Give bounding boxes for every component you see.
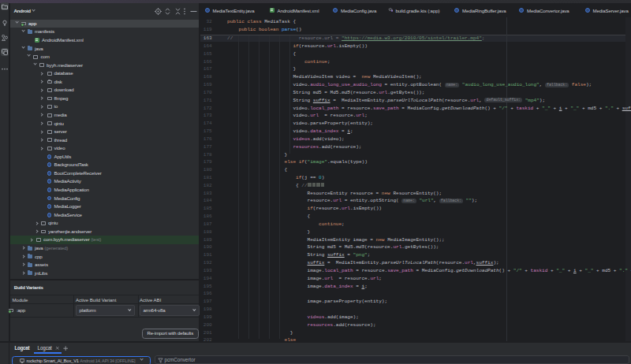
svg-text:a: a	[391, 9, 393, 11]
